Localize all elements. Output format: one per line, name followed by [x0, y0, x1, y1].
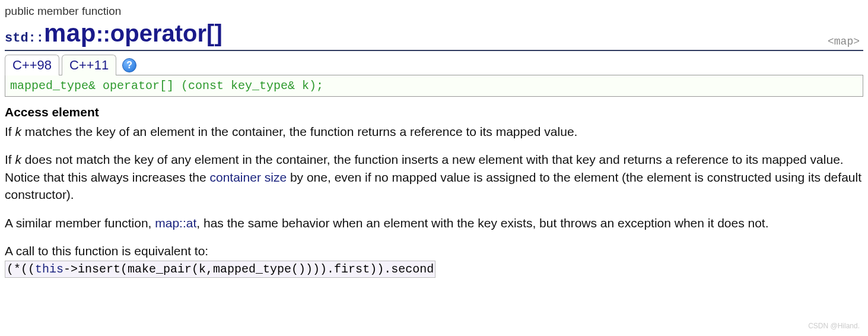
category-label: public member function: [5, 5, 863, 18]
param-k: k: [15, 125, 22, 138]
scope-separator: ::: [96, 22, 110, 47]
class-name: map: [44, 19, 96, 47]
title-row: std:: map :: operator[] <map>: [5, 19, 863, 51]
text: If: [5, 153, 15, 166]
tab-cpp98[interactable]: C++98: [5, 55, 59, 75]
keyword-this: this: [35, 262, 63, 276]
text: insert(make_pair(k,mapped_type()))).firs…: [78, 262, 434, 276]
description-para-1: If k matches the key of an element in th…: [5, 123, 863, 140]
tab-cpp11[interactable]: C++11: [62, 55, 116, 75]
description-para-2: If k does not match the key of any eleme…: [5, 151, 863, 203]
page-title: std:: map :: operator[]: [5, 19, 222, 47]
text: , has the same behavior when an element …: [196, 216, 768, 230]
namespace: std::: [5, 31, 44, 46]
text: ->: [63, 262, 78, 276]
help-icon[interactable]: ?: [122, 58, 136, 72]
text: A similar member function,: [5, 216, 155, 230]
text: matches the key of an element in the con…: [21, 125, 577, 138]
section-title: Access element: [5, 105, 863, 119]
include-header: <map>: [828, 36, 860, 47]
param-k: k: [15, 153, 22, 166]
equivalent-expression: (*((this->insert(make_pair(k,mapped_type…: [5, 261, 435, 278]
function-name: operator[]: [110, 20, 222, 47]
map-at-link[interactable]: map::at: [155, 216, 196, 230]
text: (*((: [7, 262, 35, 276]
description-para-3: A similar member function, map::at, has …: [5, 214, 863, 232]
function-signature: mapped_type& operator[] (const key_type&…: [5, 75, 863, 97]
equivalent-intro: A call to this function is equivalent to…: [5, 242, 863, 259]
text: If: [5, 125, 15, 138]
container-size-link[interactable]: container size: [210, 170, 287, 184]
version-tabs: C++98 C++11 ?: [5, 55, 863, 75]
